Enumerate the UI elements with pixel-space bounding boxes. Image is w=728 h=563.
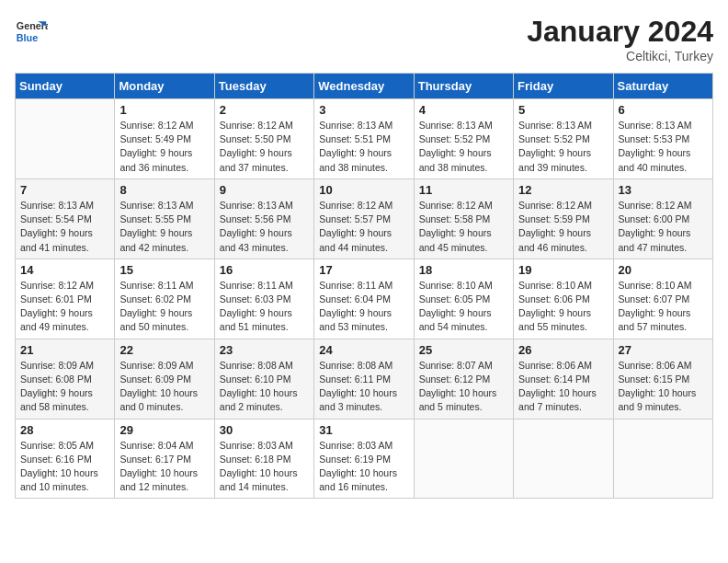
day-number: 5 (518, 103, 608, 117)
calendar-cell: 21Sunrise: 8:09 AM Sunset: 6:08 PM Dayli… (16, 339, 115, 419)
calendar-cell: 17Sunrise: 8:11 AM Sunset: 6:04 PM Dayli… (314, 259, 414, 339)
day-number: 27 (619, 343, 708, 357)
calendar-cell: 9Sunrise: 8:13 AM Sunset: 5:56 PM Daylig… (214, 178, 313, 259)
logo: General Blue (15, 15, 48, 48)
calendar-cell: 14Sunrise: 8:12 AM Sunset: 6:01 PM Dayli… (16, 259, 115, 339)
calendar-cell: 2Sunrise: 8:12 AM Sunset: 5:50 PM Daylig… (214, 99, 313, 179)
calendar-cell: 7Sunrise: 8:13 AM Sunset: 5:54 PM Daylig… (16, 178, 115, 259)
day-info: Sunrise: 8:13 AM Sunset: 5:56 PM Dayligh… (220, 199, 309, 255)
day-number: 22 (119, 343, 209, 357)
calendar-cell: 3Sunrise: 8:13 AM Sunset: 5:51 PM Daylig… (314, 99, 414, 179)
calendar-cell: 25Sunrise: 8:07 AM Sunset: 6:12 PM Dayli… (414, 339, 513, 419)
day-number: 16 (220, 263, 309, 277)
calendar-cell: 12Sunrise: 8:12 AM Sunset: 5:59 PM Dayli… (514, 178, 613, 259)
calendar-table: SundayMondayTuesdayWednesdayThursdayFrid… (15, 73, 713, 499)
calendar-cell (514, 419, 613, 499)
day-number: 23 (220, 343, 309, 357)
day-info: Sunrise: 8:06 AM Sunset: 6:15 PM Dayligh… (619, 359, 708, 415)
day-info: Sunrise: 8:13 AM Sunset: 5:51 PM Dayligh… (319, 119, 408, 175)
day-number: 6 (619, 103, 708, 117)
day-number: 14 (20, 263, 109, 277)
day-number: 12 (518, 183, 608, 197)
calendar-cell: 1Sunrise: 8:12 AM Sunset: 5:49 PM Daylig… (115, 99, 214, 179)
day-number: 11 (419, 183, 508, 197)
header-tuesday: Tuesday (214, 74, 313, 99)
day-info: Sunrise: 8:13 AM Sunset: 5:52 PM Dayligh… (518, 119, 608, 175)
day-number: 2 (220, 103, 309, 117)
calendar-cell: 16Sunrise: 8:11 AM Sunset: 6:03 PM Dayli… (214, 259, 313, 339)
week-row-4: 28Sunrise: 8:05 AM Sunset: 6:16 PM Dayli… (16, 419, 713, 499)
calendar-cell: 29Sunrise: 8:04 AM Sunset: 6:17 PM Dayli… (115, 419, 214, 499)
day-number: 7 (20, 183, 109, 197)
day-info: Sunrise: 8:03 AM Sunset: 6:18 PM Dayligh… (220, 439, 309, 495)
calendar-cell: 20Sunrise: 8:10 AM Sunset: 6:07 PM Dayli… (613, 259, 712, 339)
page-header: General Blue January 2024 Celtikci, Turk… (15, 15, 713, 63)
day-info: Sunrise: 8:12 AM Sunset: 5:49 PM Dayligh… (119, 119, 209, 175)
day-info: Sunrise: 8:09 AM Sunset: 6:09 PM Dayligh… (119, 359, 209, 415)
header-wednesday: Wednesday (314, 74, 414, 99)
calendar-cell: 13Sunrise: 8:12 AM Sunset: 6:00 PM Dayli… (613, 178, 712, 259)
day-number: 9 (220, 183, 309, 197)
calendar-cell: 4Sunrise: 8:13 AM Sunset: 5:52 PM Daylig… (414, 99, 513, 179)
day-info: Sunrise: 8:10 AM Sunset: 6:05 PM Dayligh… (419, 279, 508, 335)
day-info: Sunrise: 8:11 AM Sunset: 6:04 PM Dayligh… (319, 279, 408, 335)
calendar-cell: 5Sunrise: 8:13 AM Sunset: 5:52 PM Daylig… (514, 99, 613, 179)
header-friday: Friday (514, 74, 613, 99)
day-number: 20 (619, 263, 708, 277)
day-info: Sunrise: 8:12 AM Sunset: 5:59 PM Dayligh… (518, 199, 608, 255)
day-info: Sunrise: 8:07 AM Sunset: 6:12 PM Dayligh… (419, 359, 508, 415)
day-number: 28 (20, 423, 109, 437)
day-number: 18 (419, 263, 508, 277)
week-row-1: 7Sunrise: 8:13 AM Sunset: 5:54 PM Daylig… (16, 178, 713, 259)
day-number: 25 (419, 343, 508, 357)
calendar-cell: 30Sunrise: 8:03 AM Sunset: 6:18 PM Dayli… (214, 419, 313, 499)
day-info: Sunrise: 8:08 AM Sunset: 6:11 PM Dayligh… (319, 359, 408, 415)
day-info: Sunrise: 8:12 AM Sunset: 6:00 PM Dayligh… (619, 199, 708, 255)
calendar-cell: 28Sunrise: 8:05 AM Sunset: 6:16 PM Dayli… (16, 419, 115, 499)
day-info: Sunrise: 8:10 AM Sunset: 6:07 PM Dayligh… (619, 279, 708, 335)
day-number: 13 (619, 183, 708, 197)
calendar-cell: 8Sunrise: 8:13 AM Sunset: 5:55 PM Daylig… (115, 178, 214, 259)
header-saturday: Saturday (613, 74, 712, 99)
day-number: 15 (119, 263, 209, 277)
calendar-cell: 10Sunrise: 8:12 AM Sunset: 5:57 PM Dayli… (314, 178, 414, 259)
calendar-cell: 11Sunrise: 8:12 AM Sunset: 5:58 PM Dayli… (414, 178, 513, 259)
day-number: 4 (419, 103, 508, 117)
calendar-cell: 6Sunrise: 8:13 AM Sunset: 5:53 PM Daylig… (613, 99, 712, 179)
calendar-cell: 22Sunrise: 8:09 AM Sunset: 6:09 PM Dayli… (115, 339, 214, 419)
day-info: Sunrise: 8:13 AM Sunset: 5:54 PM Dayligh… (20, 199, 109, 255)
day-info: Sunrise: 8:08 AM Sunset: 6:10 PM Dayligh… (220, 359, 309, 415)
header-thursday: Thursday (414, 74, 513, 99)
header-row: SundayMondayTuesdayWednesdayThursdayFrid… (16, 74, 713, 99)
calendar-cell: 24Sunrise: 8:08 AM Sunset: 6:11 PM Dayli… (314, 339, 414, 419)
calendar-cell: 26Sunrise: 8:06 AM Sunset: 6:14 PM Dayli… (514, 339, 613, 419)
day-info: Sunrise: 8:11 AM Sunset: 6:03 PM Dayligh… (220, 279, 309, 335)
calendar-body: 1Sunrise: 8:12 AM Sunset: 5:49 PM Daylig… (16, 99, 713, 499)
day-info: Sunrise: 8:05 AM Sunset: 6:16 PM Dayligh… (20, 439, 109, 495)
day-number: 24 (319, 343, 408, 357)
day-number: 8 (119, 183, 209, 197)
week-row-0: 1Sunrise: 8:12 AM Sunset: 5:49 PM Daylig… (16, 99, 713, 179)
calendar-cell (414, 419, 513, 499)
week-row-2: 14Sunrise: 8:12 AM Sunset: 6:01 PM Dayli… (16, 259, 713, 339)
day-info: Sunrise: 8:12 AM Sunset: 5:50 PM Dayligh… (220, 119, 309, 175)
day-info: Sunrise: 8:12 AM Sunset: 5:58 PM Dayligh… (419, 199, 508, 255)
header-sunday: Sunday (16, 74, 115, 99)
day-number: 26 (518, 343, 608, 357)
day-info: Sunrise: 8:04 AM Sunset: 6:17 PM Dayligh… (119, 439, 209, 495)
day-number: 21 (20, 343, 109, 357)
calendar-cell (16, 99, 115, 179)
day-number: 31 (319, 423, 408, 437)
svg-text:Blue: Blue (17, 32, 38, 43)
location-subtitle: Celtikci, Turkey (527, 49, 713, 63)
logo-icon: General Blue (15, 15, 48, 48)
day-number: 19 (518, 263, 608, 277)
day-number: 1 (119, 103, 209, 117)
calendar-cell: 31Sunrise: 8:03 AM Sunset: 6:19 PM Dayli… (314, 419, 414, 499)
day-info: Sunrise: 8:12 AM Sunset: 5:57 PM Dayligh… (319, 199, 408, 255)
calendar-cell: 15Sunrise: 8:11 AM Sunset: 6:02 PM Dayli… (115, 259, 214, 339)
day-info: Sunrise: 8:13 AM Sunset: 5:55 PM Dayligh… (119, 199, 209, 255)
header-monday: Monday (115, 74, 214, 99)
day-info: Sunrise: 8:06 AM Sunset: 6:14 PM Dayligh… (518, 359, 608, 415)
day-info: Sunrise: 8:12 AM Sunset: 6:01 PM Dayligh… (20, 279, 109, 335)
